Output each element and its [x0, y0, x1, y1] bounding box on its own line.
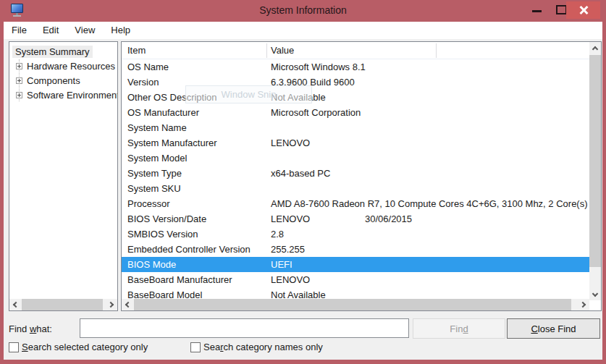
tree-horizontal-scrollbar[interactable]: [9, 299, 117, 310]
tree-item-system-summary[interactable]: System Summary: [12, 46, 93, 58]
tree-item-hardware-resources[interactable]: Hardware Resources: [9, 59, 117, 74]
window-snip-label: Window Snip: [222, 89, 277, 100]
table-row[interactable]: BIOS Version/DateLENOVO30/06/2015: [122, 211, 591, 227]
find-button[interactable]: Find: [413, 318, 505, 339]
close-button[interactable]: [566, 1, 600, 19]
table-row[interactable]: ProcessorAMD A8-7600 Radeon R7, 10 Compu…: [122, 196, 591, 211]
table-row[interactable]: SMBIOS Version2.8: [122, 227, 591, 242]
value-cell: Microsoft Windows 8.1: [271, 62, 366, 72]
details-table-panel: Item Value OS NameMicrosoft Windows 8.1V…: [121, 41, 602, 311]
expand-plus-icon[interactable]: [16, 77, 22, 84]
item-cell: Version: [127, 77, 159, 88]
table-row[interactable]: Embedded Controller Version255.255: [122, 242, 591, 257]
value-cell: 255.255: [271, 244, 305, 255]
category-tree-panel: System Summary Hardware ResourcesCompone…: [9, 41, 118, 311]
tree-children: Hardware ResourcesComponentsSoftware Env…: [9, 59, 117, 103]
item-cell: System SKU: [127, 183, 181, 194]
table-header: Item Value: [122, 42, 589, 59]
item-cell: Embedded Controller Version: [127, 244, 251, 255]
tree-item-label: Hardware Resources: [27, 61, 115, 72]
item-cell: SMBIOS Version: [127, 229, 198, 240]
expand-plus-icon[interactable]: [16, 63, 22, 69]
table-row[interactable]: System Typex64-based PC: [122, 166, 591, 181]
scroll-down-icon[interactable]: [589, 289, 601, 300]
find-input[interactable]: [80, 318, 409, 338]
menu-item-file[interactable]: File: [4, 22, 35, 39]
menu-item-view[interactable]: View: [67, 22, 103, 39]
value-cell-2: 30/06/2015: [365, 213, 412, 224]
value-cell: LENOVO: [271, 274, 310, 285]
table-horizontal-scrollbar[interactable]: [122, 299, 589, 310]
column-divider[interactable]: [436, 43, 437, 58]
table-row[interactable]: OS ManufacturerMicrosoft Corporation: [122, 105, 591, 120]
value-cell: LENOVO: [271, 213, 310, 224]
search-selected-category-checkbox[interactable]: Search selected category only: [9, 342, 148, 352]
scroll-left-icon[interactable]: [122, 299, 133, 310]
column-header-value[interactable]: Value: [271, 45, 294, 56]
tree-item-label: Components: [27, 75, 80, 86]
find-what-label: Find what:: [9, 323, 52, 334]
maximize-icon: [556, 5, 567, 14]
item-cell: System Model: [127, 153, 187, 164]
menu-item-edit[interactable]: Edit: [35, 22, 67, 39]
window-body: FileEditViewHelp System Summary Hardware…: [4, 22, 602, 360]
column-header-item[interactable]: Item: [127, 45, 146, 56]
scroll-left-icon[interactable]: [9, 299, 21, 310]
value-cell: Microsoft Corporation: [271, 107, 361, 118]
item-cell: BIOS Version/Date: [127, 213, 206, 224]
value-cell: AMD A8-7600 Radeon R7, 10 Compute Cores …: [271, 198, 588, 209]
table-row[interactable]: System Model: [122, 151, 591, 166]
item-cell: OS Name: [127, 62, 169, 72]
table-hscroll-thumb[interactable]: [134, 299, 571, 310]
tree-item-components[interactable]: Components: [9, 74, 117, 88]
title-bar: System Information: [0, 0, 606, 22]
scroll-up-icon[interactable]: [589, 43, 601, 54]
menu-item-help[interactable]: Help: [103, 22, 138, 39]
table-row[interactable]: BaseBoard ManufacturerLENOVO: [122, 272, 591, 287]
search-category-names-checkbox[interactable]: Search category names only: [190, 342, 323, 352]
close-icon: [578, 5, 589, 15]
checkbox-label[interactable]: Search category names only: [203, 342, 323, 352]
item-cell: BIOS Mode: [127, 259, 176, 270]
table-row[interactable]: OS NameMicrosoft Windows 8.1: [122, 59, 591, 75]
tree-item-software-environment[interactable]: Software Environment: [9, 88, 117, 103]
window-snip-ghost-overlay: Window Snip: [185, 85, 312, 103]
table-row[interactable]: System ManufacturerLENOVO: [122, 135, 591, 151]
value-cell: LENOVO: [271, 137, 310, 148]
tree-item-label: Software Environment: [27, 90, 118, 101]
table-vscroll-thumb[interactable]: [589, 55, 601, 267]
expand-plus-icon[interactable]: [16, 92, 22, 98]
table-vertical-scrollbar[interactable]: [589, 42, 601, 300]
msinfo-app-icon: [11, 4, 24, 17]
value-cell: 2.8: [271, 229, 284, 240]
item-cell: System Name: [127, 122, 187, 133]
scroll-right-icon[interactable]: [106, 299, 117, 310]
column-divider[interactable]: [266, 43, 267, 58]
minimize-button[interactable]: [524, 0, 550, 20]
item-cell: System Manufacturer: [127, 137, 217, 148]
item-cell: OS Manufacturer: [127, 107, 199, 118]
tree-hscroll-thumb[interactable]: [22, 299, 103, 310]
close-find-button[interactable]: Close Find: [507, 318, 600, 339]
checkbox-label[interactable]: Search selected category only: [22, 342, 148, 352]
value-cell: x64-based PC: [271, 168, 330, 179]
value-cell: UEFI: [271, 259, 293, 270]
item-cell: System Type: [127, 168, 182, 179]
item-cell: Processor: [127, 198, 170, 209]
menu-bar: FileEditViewHelp: [4, 22, 602, 39]
table-row[interactable]: System SKU: [122, 181, 591, 196]
window-title: System Information: [0, 4, 606, 16]
table-row[interactable]: BIOS ModeUEFI: [122, 257, 591, 272]
system-information-window: System Information FileEditViewHelp Syst…: [0, 0, 606, 364]
scroll-right-icon[interactable]: [578, 299, 589, 310]
minimize-icon: [532, 10, 542, 12]
checkbox-icon[interactable]: [190, 342, 201, 352]
checkbox-icon[interactable]: [9, 342, 19, 352]
item-cell: BaseBoard Manufacturer: [127, 274, 232, 285]
table-row[interactable]: System Name: [122, 120, 591, 135]
